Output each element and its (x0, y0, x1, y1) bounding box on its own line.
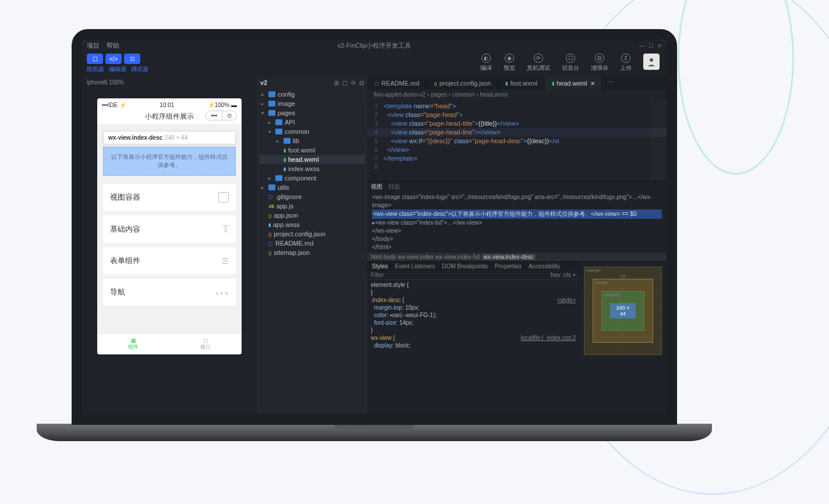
win-close-icon[interactable]: ✕ (657, 42, 662, 49)
status-signal: •••IDE ⚡ (102, 102, 126, 108)
editor-area: ▢README.md {}project.config.json ▮foot.w… (367, 77, 667, 414)
file-appjson[interactable]: {}app.json (259, 211, 365, 220)
file-readme[interactable]: ▢README.md (259, 239, 365, 248)
list-item[interactable]: 导航∘∘∘ (103, 279, 236, 306)
new-file-icon[interactable]: ⊞ (334, 80, 339, 86)
editor-tabs: ▢README.md {}project.config.json ▮foot.w… (367, 77, 667, 90)
accessibility-tab[interactable]: Accessibility (529, 263, 560, 269)
new-style-icon[interactable]: + (572, 272, 576, 278)
device-label: iphone6 100% (82, 77, 257, 88)
folder-utils[interactable]: ▸utils (259, 183, 365, 192)
window-title: v2-FinClip小程序开发工具 (338, 41, 412, 50)
tabs-overflow-icon[interactable]: ⋯ (603, 77, 618, 90)
menu-help[interactable]: 帮助 (107, 41, 119, 50)
tab-foot-wxml[interactable]: ▮foot.wxml (498, 77, 544, 90)
tab-component[interactable]: ▦组件 (97, 334, 169, 354)
file-explorer: v2 ⊞ ▢ ⟳ ⊟ ▸config ▸image ▾pages ▸API (257, 77, 367, 414)
editor-toggle-icon[interactable]: </> (105, 54, 122, 64)
menu-project[interactable]: 项目 (87, 41, 100, 50)
phone-frame: •••IDE ⚡ 10:01 ⚡100% ▬ 小程序组件展示 •••⊙ wx-v… (97, 98, 242, 354)
refresh-icon[interactable]: ⟳ (351, 80, 356, 86)
component-icon: ▦ (131, 338, 136, 343)
folder-pages[interactable]: ▾pages (259, 108, 365, 118)
code-editor[interactable]: 1<template name="head"> 2 <view class="p… (367, 100, 667, 181)
simulator-label: 模拟器 (87, 65, 104, 73)
dom-tree[interactable]: <wx-image class="index-logo" src="../res… (367, 192, 667, 253)
file-project-config[interactable]: {}project.config.json (259, 229, 365, 239)
project-root[interactable]: v2 (260, 79, 267, 86)
folder-component[interactable]: ▸component (259, 173, 365, 183)
simulator-panel: iphone6 100% •••IDE ⚡ 10:01 ⚡100% ▬ 小程序组… (82, 77, 257, 414)
hov-toggle[interactable]: :hov (550, 272, 561, 278)
status-battery: ⚡100% ▬ (208, 102, 237, 108)
laptop-frame: 项目 帮助 v2-FinClip小程序开发工具 — ☐ ✕ ☐ </> ☷ (37, 29, 712, 460)
simulator-toggle-icon[interactable]: ☐ (87, 54, 103, 64)
folder-api[interactable]: ▸API (259, 118, 365, 127)
form-icon: ☰ (222, 257, 229, 265)
compile-button[interactable]: ◐编译 (480, 54, 492, 72)
dom-breakpoints-tab[interactable]: DOM Breakpoints (442, 263, 488, 269)
file-index-wxss[interactable]: ▮index.wxss (259, 164, 365, 173)
menu-bar: 项目 帮助 v2-FinClip小程序开发工具 — ☐ ✕ (82, 40, 667, 51)
devtools-tab-console[interactable]: 日志 (388, 183, 400, 191)
styles-filter-input[interactable] (371, 272, 550, 278)
list-item[interactable]: 视图容器 (103, 184, 236, 211)
tab-project-config[interactable]: {}project.config.json (427, 77, 498, 90)
capsule-close-icon[interactable]: ⊙ (222, 111, 236, 120)
background-button[interactable]: ☐切后台 (562, 54, 579, 72)
dom-breadcrumb[interactable]: html body wx-view.index wx-view.index-hd… (367, 253, 667, 261)
text-icon: 𝕋 (222, 223, 229, 235)
svg-point-0 (650, 58, 653, 62)
breadcrumb[interactable]: fino-applet-demo-v2›pages›common›head.wx… (367, 90, 667, 100)
styles-tab[interactable]: Styles (372, 263, 388, 269)
folder-common[interactable]: ▾common (259, 127, 365, 136)
collapse-icon[interactable]: ⊟ (359, 80, 364, 86)
file-head-wxml[interactable]: ▮head.wxml (259, 155, 365, 164)
file-appjs[interactable]: JSapp.js (259, 201, 365, 211)
folder-lib[interactable]: ▸lib (259, 136, 365, 145)
capsule-menu-icon[interactable]: ••• (206, 111, 222, 120)
tab-head-wxml[interactable]: ▮head.wxml✕ (545, 77, 603, 90)
avatar[interactable] (643, 54, 660, 70)
preview-button[interactable]: ◉预览 (504, 54, 515, 72)
ide-window: 项目 帮助 v2-FinClip小程序开发工具 — ☐ ✕ ☐ </> ☷ (82, 40, 667, 414)
file-foot-wxml[interactable]: ▮foot.wxml (259, 145, 365, 155)
cls-toggle[interactable]: .cls (562, 272, 571, 278)
file-sitemap[interactable]: {}sitemap.json (259, 248, 365, 257)
devtools-panel: 视图 日志 <wx-image class="index-logo" src="… (367, 181, 667, 414)
status-time: 10:01 (160, 102, 174, 108)
editor-label: 编辑器 (109, 65, 126, 73)
folder-image[interactable]: ▸image (259, 99, 365, 108)
win-min-icon[interactable]: — (639, 42, 645, 49)
box-model: margin10 border- padding- 240 × 44 - - - (579, 262, 667, 414)
debugger-label: 调试器 (131, 65, 148, 73)
devtools-tab-elements[interactable]: 视图 (371, 183, 382, 191)
list-item[interactable]: 表单组件☰ (103, 247, 236, 274)
debugger-toggle-icon[interactable]: ☷ (124, 54, 140, 64)
file-gitignore[interactable]: ▢.gitignore (259, 192, 365, 201)
toolbar: ☐ </> ☷ 模拟器 编辑器 调试器 ◐编译 ◉预览 ⟳真机调试 ☐切后台 (82, 51, 667, 77)
close-tab-icon[interactable]: ✕ (590, 80, 595, 87)
event-listeners-tab[interactable]: Event Listeners (395, 263, 435, 269)
highlighted-element[interactable]: 以下将展示小程序官方组件能力，组件样式仅供参考。 (103, 147, 236, 176)
nav-icon: ∘∘∘ (215, 288, 229, 297)
list-item[interactable]: 基础内容𝕋 (103, 215, 236, 243)
inspect-tooltip: wx-view.index-desc240 × 44 (103, 131, 236, 144)
app-title: 小程序组件展示 (145, 112, 194, 120)
properties-tab[interactable]: Properties (495, 263, 522, 269)
new-folder-icon[interactable]: ▢ (342, 80, 348, 86)
tab-readme[interactable]: ▢README.md (367, 77, 427, 90)
capsule-buttons[interactable]: •••⊙ (206, 111, 237, 120)
remote-debug-button[interactable]: ⟳真机调试 (527, 54, 550, 72)
api-icon: ▢ (203, 338, 208, 343)
minimap[interactable] (650, 100, 667, 181)
tab-api[interactable]: ▢接口 (169, 334, 242, 354)
container-icon (218, 192, 229, 203)
css-rules[interactable]: element.style { } .index-desc {<style> m… (367, 280, 579, 350)
upload-button[interactable]: ↥上传 (620, 54, 632, 72)
selected-dom-node[interactable]: <wx-view class="index-desc">以下将展示小程序官方组件… (372, 210, 662, 219)
file-appwxss[interactable]: ▮app.wxss (259, 220, 365, 229)
clear-cache-button[interactable]: ⊟清缓存 (591, 54, 608, 72)
win-max-icon[interactable]: ☐ (649, 42, 654, 49)
folder-config[interactable]: ▸config (259, 90, 365, 99)
